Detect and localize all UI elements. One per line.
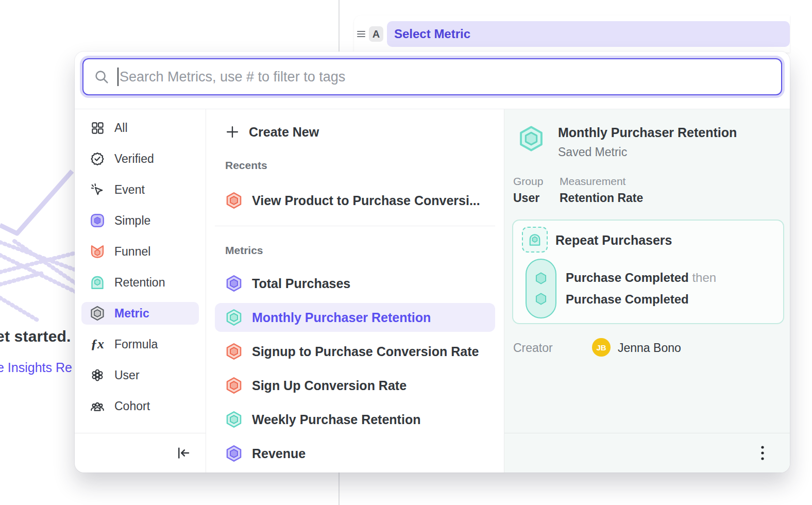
creator-name: Jenna Bono xyxy=(618,341,681,355)
purple-metric-hexagon-icon xyxy=(225,445,243,462)
definition-step-1: Purchase Completed then xyxy=(566,271,716,285)
purple-metric-hexagon-icon xyxy=(225,275,243,292)
collapse-left-icon xyxy=(176,445,191,461)
details-footer xyxy=(504,433,790,473)
group-value: User xyxy=(513,191,539,205)
search-input[interactable] xyxy=(120,69,771,85)
search-area xyxy=(75,52,790,109)
definition-title: Repeat Purchasers xyxy=(555,233,672,248)
select-metric-button[interactable]: Select Metric xyxy=(387,21,790,47)
metric-picker-modal: All Verified xyxy=(75,52,790,473)
recent-metric-item[interactable]: View Product to Purchase Conversi... xyxy=(215,186,495,215)
salmon-metric-hexagon-icon xyxy=(225,377,243,394)
collapse-panel-button[interactable] xyxy=(175,444,192,462)
drag-handle-icon[interactable] xyxy=(357,31,365,37)
list-divider xyxy=(215,226,495,226)
saved-metric-hexagon-icon xyxy=(518,125,545,152)
metric-row-weekly-purchase-retention[interactable]: Weekly Purchase Retention xyxy=(215,405,495,434)
recents-heading: Recents xyxy=(225,159,267,172)
sidebar-item-cohort[interactable]: Cohort xyxy=(81,395,199,417)
sidebar-item-funnel[interactable]: Funnel xyxy=(81,240,199,263)
group-label: Group xyxy=(513,175,543,188)
metric-row-card: A Select Metric xyxy=(354,15,790,53)
creator-avatar: JB xyxy=(592,338,611,357)
salmon-metric-hexagon-icon xyxy=(225,343,243,360)
teal-metric-hexagon-icon xyxy=(225,411,243,428)
insights-report-link[interactable]: e Insights Re xyxy=(0,360,72,375)
metric-row-signup-to-purchase[interactable]: Signup to Purchase Conversion Rate xyxy=(215,337,495,366)
search-icon xyxy=(94,69,109,85)
metric-icon xyxy=(89,305,106,322)
plus-icon xyxy=(225,125,240,139)
sidebar-item-user[interactable]: User xyxy=(81,364,199,386)
metric-row-total-purchases[interactable]: Total Purchases xyxy=(215,269,495,298)
sidebar-footer xyxy=(75,433,206,473)
measurement-label: Measurement xyxy=(560,175,625,188)
measurement-value: Retention Rate xyxy=(560,191,643,205)
sidebar-item-retention[interactable]: Retention xyxy=(81,271,199,294)
details-title: Monthly Purchaser Retention xyxy=(558,125,737,140)
more-options-button[interactable] xyxy=(755,444,770,462)
funnel-metric-hexagon-icon xyxy=(225,192,243,209)
definition-step-2: Purchase Completed xyxy=(566,292,689,307)
step-connector: then xyxy=(692,271,716,284)
retention-definition-icon xyxy=(522,227,548,252)
kebab-menu-icon xyxy=(760,444,765,462)
sidebar-item-all[interactable]: All xyxy=(81,116,199,139)
metric-definition-card: Repeat Purchasers Purchase Completed the… xyxy=(512,220,784,324)
formula-icon: ƒx xyxy=(89,336,106,352)
creator-label: Creator xyxy=(513,341,553,355)
search-box[interactable] xyxy=(82,58,782,95)
event-cursor-icon xyxy=(89,181,106,198)
funnel-icon xyxy=(89,243,106,260)
row-letter-chip[interactable]: A xyxy=(369,26,383,42)
teal-metric-hexagon-icon xyxy=(225,309,243,326)
step-hexagon-icon xyxy=(534,292,548,306)
sidebar-item-metric[interactable]: Metric xyxy=(81,302,199,325)
get-started-text: et started. xyxy=(0,328,71,345)
sidebar-item-event[interactable]: Event xyxy=(81,178,199,201)
verified-badge-icon xyxy=(89,150,106,167)
sidebar-item-formula[interactable]: ƒx Formula xyxy=(81,333,199,356)
metric-details-panel: Monthly Purchaser Retention Saved Metric… xyxy=(504,109,790,473)
retention-icon xyxy=(89,274,106,291)
create-new-button[interactable]: Create New xyxy=(215,120,319,144)
simple-icon xyxy=(89,212,106,229)
text-caret xyxy=(117,68,119,86)
cohort-icon xyxy=(89,398,106,414)
sidebar-item-simple[interactable]: Simple xyxy=(81,209,199,232)
retention-steps-capsule xyxy=(526,259,556,318)
filter-sidebar: All Verified xyxy=(75,109,206,473)
user-icon xyxy=(89,367,106,383)
step-hexagon-icon xyxy=(534,271,548,285)
metric-row-monthly-purchaser-retention[interactable]: Monthly Purchaser Retention xyxy=(215,303,495,332)
metrics-heading: Metrics xyxy=(225,244,263,257)
metric-row-revenue[interactable]: Revenue xyxy=(215,439,495,468)
metric-list-panel: Create New Recents View Product to Purch… xyxy=(206,109,504,473)
sidebar-item-verified[interactable]: Verified xyxy=(81,147,199,170)
grid-icon xyxy=(89,120,106,136)
details-subtitle: Saved Metric xyxy=(558,145,627,159)
metric-row-sign-up-conversion[interactable]: Sign Up Conversion Rate xyxy=(215,371,495,400)
